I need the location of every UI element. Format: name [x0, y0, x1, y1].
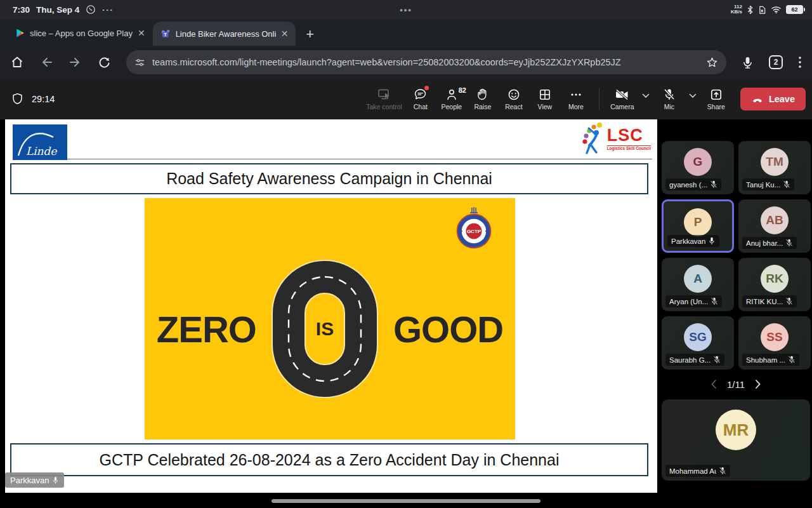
status-bar: 7:30 Thu, Sep 4 ··· ••• 112KB/s 62 [0, 0, 812, 19]
tab-close-icon[interactable]: ✕ [138, 28, 145, 38]
participant-name: Mohammad Aun Rizvi [669, 467, 716, 475]
participant-tile[interactable]: RK RITIK KU... [738, 258, 811, 311]
avatar: G [684, 148, 712, 176]
view-grid-icon [539, 88, 551, 101]
participant-tile[interactable]: TM Tanuj Ku... [738, 141, 811, 194]
mic-on-icon [52, 476, 59, 485]
meeting-stage-area: Linde LSC Logistics Skill Council Road S… [0, 119, 812, 508]
tab-teams-meeting[interactable]: T Linde Biker Awareness Onli ✕ [153, 22, 296, 46]
bookmark-star-icon[interactable] [706, 57, 718, 69]
view-button[interactable]: View [532, 88, 558, 110]
hangup-phone-icon [751, 95, 764, 104]
mic-options-chevron[interactable] [688, 93, 698, 98]
gesture-navigation-handle[interactable] [272, 499, 540, 503]
react-smiley-icon [508, 88, 520, 101]
participant-tile[interactable]: SS Shubham ... [738, 316, 811, 370]
raise-hand-button[interactable]: Raise [470, 88, 495, 110]
url-text[interactable]: teams.microsoft.com/light-meetings/launc… [152, 57, 699, 67]
home-button[interactable] [10, 55, 24, 69]
take-control-button[interactable]: Take control [366, 88, 402, 110]
mic-muted-icon [713, 356, 721, 364]
more-ellipsis-icon [570, 88, 582, 101]
leave-button[interactable]: Leave [740, 88, 806, 110]
participant-name: Saurabh G... [669, 356, 710, 364]
spotlight-participant-tile[interactable]: MR Mohammad Aun Rizvi [662, 399, 810, 481]
tab-google-play[interactable]: slice – Apps on Google Play ✕ [8, 20, 153, 46]
browser-menu-icon[interactable] [798, 56, 802, 69]
browser-toolbar: teams.microsoft.com/light-meetings/launc… [0, 46, 812, 79]
participant-name: Shubham ... [746, 356, 785, 364]
mic-button[interactable]: Mic [657, 88, 682, 110]
back-button[interactable] [39, 55, 53, 69]
share-button[interactable]: Share [704, 88, 729, 110]
pager-next-button[interactable] [755, 379, 761, 389]
camera-options-chevron[interactable] [641, 93, 651, 98]
participant-tile[interactable]: G gyanesh (... [662, 141, 734, 194]
camera-off-icon [615, 88, 629, 101]
participants-panel: G gyanesh (... TM Tanuj Ku... P Parkkava… [660, 119, 812, 508]
participant-tile[interactable]: AB Anuj bhar... [738, 199, 811, 253]
pager-prev-button[interactable] [710, 379, 717, 389]
participant-name: Anuj bhar... [746, 239, 783, 247]
pager-page-indicator: 1/11 [727, 379, 745, 390]
chat-button[interactable]: Chat [408, 88, 433, 110]
is-word: IS [316, 318, 334, 339]
svg-text:Linde: Linde [26, 145, 58, 157]
window-handle-dots[interactable]: ••• [0, 0, 812, 19]
avatar: AB [761, 206, 789, 234]
participant-name: Tanuj Ku... [746, 181, 780, 189]
mic-on-icon [708, 237, 716, 245]
avatar: SG [684, 323, 712, 351]
take-control-icon [377, 88, 391, 101]
google-play-icon [15, 28, 25, 38]
tab-title: slice – Apps on Google Play [30, 29, 133, 38]
participant-pager: 1/11 [660, 376, 812, 392]
reload-button[interactable] [98, 56, 111, 69]
avatar: P [684, 208, 712, 236]
tab-close-icon[interactable]: ✕ [281, 29, 289, 39]
camera-button[interactable]: Camera [610, 88, 635, 110]
mic-muted-icon [788, 356, 796, 364]
participant-name: Aryan (Un... [669, 298, 708, 305]
toolbar-divider [599, 88, 599, 110]
people-icon: 82 [447, 88, 457, 101]
avatar: SS [761, 323, 789, 351]
mic-muted-icon [719, 467, 726, 475]
new-tab-button[interactable]: + [306, 28, 314, 41]
raise-hand-icon [477, 88, 488, 101]
participant-tile[interactable]: P Parkkavan [662, 199, 734, 253]
linde-logo: Linde [13, 124, 67, 160]
chat-notification-dot [424, 86, 429, 90]
avatar: MR [716, 410, 756, 450]
avatar: A [684, 265, 712, 293]
chat-icon [414, 88, 427, 101]
good-word: GOOD [393, 308, 503, 351]
slide-caption: GCTP Celebrated 26-08-2024 as a Zero Acc… [10, 443, 648, 476]
road-zero-graphic: IS [268, 257, 382, 401]
shared-screen-stage: Linde LSC Logistics Skill Council Road S… [5, 119, 657, 493]
avatar: TM [761, 148, 789, 176]
slide-title: Road Safety Awareness Campaign in Chenna… [10, 163, 648, 194]
tab-switcher-button[interactable]: 2 [769, 55, 783, 69]
address-bar[interactable]: teams.microsoft.com/light-meetings/launc… [126, 50, 726, 74]
participant-tile[interactable]: SG Saurabh G... [662, 316, 734, 370]
participant-count: 82 [459, 86, 466, 94]
meeting-toolbar: 29:14 Take control Chat 82 People [0, 79, 812, 119]
svg-text:GCTP: GCTP [467, 229, 481, 234]
gctp-police-badge: GCTP [454, 207, 494, 249]
lsc-logo: LSC Logistics Skill Council [578, 121, 652, 157]
tab-title: Linde Biker Awareness Onli [176, 29, 276, 39]
site-info-icon[interactable] [134, 57, 145, 68]
participant-tile[interactable]: A Aryan (Un... [662, 258, 734, 311]
react-button[interactable]: React [501, 88, 527, 110]
participant-grid: G gyanesh (... TM Tanuj Ku... P Parkkava… [662, 141, 811, 370]
voice-search-mic-icon[interactable] [742, 56, 754, 69]
participant-name: RITIK KU... [746, 298, 783, 305]
people-button[interactable]: 82 People [439, 88, 464, 110]
presenter-name-pill: Parkkavan [5, 472, 64, 488]
mic-muted-icon [710, 180, 717, 189]
mic-muted-icon [783, 180, 790, 189]
forward-button[interactable] [69, 55, 82, 69]
svg-text:T: T [164, 32, 167, 37]
more-button[interactable]: More [563, 88, 589, 110]
